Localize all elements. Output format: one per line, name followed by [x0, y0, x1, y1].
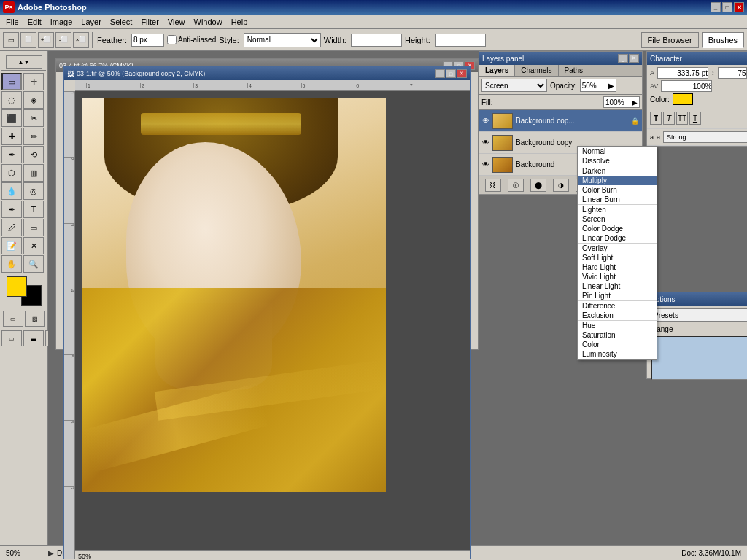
blend-color[interactable]: Color	[578, 340, 657, 349]
quick-mask-mode[interactable]: ▧	[25, 311, 45, 327]
notes-tool[interactable]: 📝	[1, 237, 22, 254]
text-tool[interactable]: T	[23, 201, 44, 218]
menu-window[interactable]: Window	[190, 16, 227, 28]
link-layers-btn[interactable]: ⛓	[485, 179, 501, 192]
blend-mode-select[interactable]: Screen	[481, 79, 547, 92]
width-input[interactable]	[351, 34, 402, 47]
blend-exclusion[interactable]: Exclusion	[578, 311, 657, 320]
brush-tool[interactable]: ✏	[23, 128, 44, 145]
char-panel-titlebar[interactable]: Character ▶	[647, 52, 747, 65]
hand-tool[interactable]: ✋	[1, 255, 22, 273]
clone-stamp[interactable]: ✒	[1, 146, 22, 163]
blend-pin-light[interactable]: Pin Light	[578, 291, 657, 300]
menu-select[interactable]: Select	[106, 16, 137, 28]
mask-btn[interactable]: ⬤	[530, 179, 546, 192]
blend-difference[interactable]: Difference	[578, 301, 657, 311]
marquee-tool[interactable]: ▭	[1, 73, 22, 90]
lasso-tool[interactable]: ◌	[1, 91, 22, 109]
color-swatch[interactable]	[673, 93, 693, 105]
doc2-close[interactable]: ✕	[457, 69, 467, 78]
tab-layers[interactable]: Layers	[479, 65, 515, 76]
blend-color-dodge[interactable]: Color Dodge	[578, 224, 657, 233]
pen-tool[interactable]: 🖊	[1, 219, 22, 236]
tab-paths[interactable]: Paths	[559, 65, 589, 76]
antialiasing-select[interactable]: Strong Smooth Sharp Crisp None	[663, 131, 747, 143]
intersect-selection-btn[interactable]: ×⬜	[73, 32, 89, 48]
blur-tool[interactable]: 💧	[1, 182, 22, 200]
gradient-tool[interactable]: ▥	[23, 164, 44, 182]
tool-presets[interactable]: ▲▼	[6, 55, 42, 69]
eraser-tool[interactable]: ⬡	[1, 164, 22, 182]
blend-hue[interactable]: Hue	[578, 321, 657, 330]
layers-panel-close[interactable]: ✕	[629, 54, 639, 63]
blend-hard-light[interactable]: Hard Light	[578, 262, 657, 272]
blend-vivid-light[interactable]: Vivid Light	[578, 272, 657, 281]
underline-btn[interactable]: T	[689, 112, 701, 125]
font-size-input[interactable]	[657, 67, 708, 79]
style-select[interactable]: Normal Fixed Aspect Ratio Fixed Size	[244, 33, 321, 47]
menu-image[interactable]: Image	[46, 16, 77, 28]
blend-dissolve[interactable]: Dissolve	[578, 156, 657, 166]
feather-input[interactable]	[131, 34, 164, 47]
blend-linear-light[interactable]: Linear Light	[578, 281, 657, 291]
doc2-minimize[interactable]: _	[435, 69, 445, 78]
minimize-button[interactable]: _	[711, 2, 721, 12]
menu-edit[interactable]: Edit	[23, 16, 46, 28]
tracking-input[interactable]	[661, 80, 712, 92]
magic-wand-tool[interactable]: ◈	[23, 91, 44, 109]
menu-file[interactable]: File	[1, 16, 23, 28]
zoom-tool[interactable]: 🔍	[23, 255, 44, 273]
adjustment-btn[interactable]: ◑	[553, 179, 569, 192]
blend-normal[interactable]: Normal	[578, 147, 657, 156]
doc2-maximize[interactable]: □	[446, 69, 456, 78]
crop-tool[interactable]: ⬛	[1, 109, 22, 127]
eyedropper-tool[interactable]: ✕	[23, 237, 44, 254]
subtract-selection-btn[interactable]: -⬜	[55, 32, 71, 48]
file-browser-btn[interactable]: File Browser	[641, 32, 699, 48]
move-tool[interactable]: ✛	[23, 73, 44, 90]
height-input[interactable]	[435, 34, 486, 47]
slice-tool[interactable]: ✂	[23, 109, 44, 127]
menu-filter[interactable]: Filter	[136, 16, 163, 28]
layers-panel-minimize[interactable]: _	[618, 54, 628, 63]
fx-btn[interactable]: Ⓕ	[508, 179, 524, 192]
bold-btn[interactable]: T	[650, 112, 662, 125]
shape-tool[interactable]: ▭	[23, 219, 44, 236]
healing-brush[interactable]: ✚	[1, 128, 22, 145]
tab-channels[interactable]: Channels	[515, 65, 558, 76]
blend-multiply[interactable]: Multiply	[578, 176, 657, 185]
path-tool[interactable]: ✒	[1, 201, 22, 218]
fill-arrow[interactable]: ▶	[632, 98, 638, 106]
standard-screen[interactable]: ▭	[1, 330, 22, 346]
standard-mode[interactable]: ▭	[3, 311, 23, 327]
menu-help[interactable]: Help	[227, 16, 252, 28]
foreground-color[interactable]	[7, 276, 27, 297]
blend-soft-light[interactable]: Soft Light	[578, 253, 657, 262]
close-button[interactable]: ✕	[734, 2, 744, 12]
layers-panel-titlebar[interactable]: Layers panel _ ✕	[479, 52, 642, 65]
blend-linear-burn[interactable]: Linear Burn	[578, 195, 657, 204]
leading-input[interactable]	[718, 67, 747, 79]
canvas-content[interactable]	[75, 91, 470, 559]
new-selection-btn[interactable]: ⬜	[20, 32, 36, 48]
menu-view[interactable]: View	[163, 16, 190, 28]
blend-color-burn[interactable]: Color Burn	[578, 185, 657, 195]
menu-layer[interactable]: Layer	[77, 16, 106, 28]
blend-linear-dodge[interactable]: Linear Dodge	[578, 233, 657, 243]
all-caps-btn[interactable]: TT	[676, 112, 688, 125]
italic-btn[interactable]: T	[663, 112, 675, 125]
brushes-btn[interactable]: Brushes	[702, 32, 744, 48]
blend-screen[interactable]: Screen	[578, 214, 657, 224]
blend-luminosity[interactable]: Luminosity	[578, 349, 657, 359]
maximize-button[interactable]: □	[722, 2, 732, 12]
anti-aliased-checkbox[interactable]	[167, 35, 177, 44]
history-brush[interactable]: ⟲	[23, 146, 44, 163]
presets-select[interactable]: Presets	[650, 308, 747, 322]
add-selection-btn[interactable]: +⬜	[38, 32, 54, 48]
blend-overlay[interactable]: Overlay	[578, 244, 657, 253]
blend-saturation[interactable]: Saturation	[578, 330, 657, 340]
opacity-arrow[interactable]: ▶	[608, 82, 614, 90]
layer-item-1[interactable]: 👁 Background cop... 🔒	[479, 110, 642, 132]
blend-darken[interactable]: Darken	[578, 166, 657, 176]
blend-lighten[interactable]: Lighten	[578, 205, 657, 214]
